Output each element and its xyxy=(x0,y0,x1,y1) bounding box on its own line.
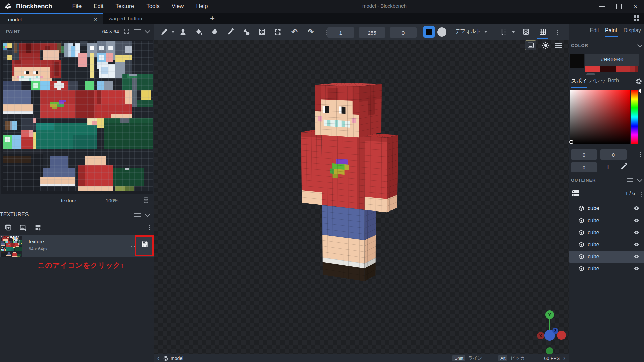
eyedropper-icon[interactable] xyxy=(619,162,628,171)
visibility-eye-icon[interactable] xyxy=(633,205,640,212)
mirror-dropdown-icon[interactable] xyxy=(512,31,515,33)
textures-menu-icon[interactable] xyxy=(148,225,151,231)
tab-model[interactable]: model × xyxy=(0,13,103,25)
tab-edit-mode[interactable]: Edit xyxy=(590,27,599,37)
zoom-out-button[interactable]: - xyxy=(13,198,15,203)
import-texture-icon[interactable] xyxy=(19,224,27,231)
selection-tool[interactable] xyxy=(273,27,283,37)
outliner-cube-row[interactable]: cube xyxy=(569,227,644,239)
toolbar-overflow-icon[interactable] xyxy=(552,27,563,38)
collapse-icon[interactable] xyxy=(637,42,643,47)
visibility-eye-icon[interactable] xyxy=(633,241,640,248)
visibility-eye-icon[interactable] xyxy=(633,265,640,272)
brush-size-field[interactable] xyxy=(327,27,354,38)
new-tab-button[interactable]: + xyxy=(207,13,217,23)
hex-color-field[interactable] xyxy=(585,54,639,66)
menu-item-help[interactable]: Help xyxy=(191,2,212,11)
history-scroll-pill[interactable] xyxy=(586,73,595,75)
blend-mode-select[interactable]: デフォルト xyxy=(455,28,487,35)
add-to-palette-button[interactable]: + xyxy=(602,162,614,172)
draw-shape-tool[interactable] xyxy=(241,27,251,37)
menu-item-file[interactable]: File xyxy=(68,2,86,11)
tab-picker[interactable]: スポイ xyxy=(571,78,587,88)
layers-icon[interactable] xyxy=(143,197,149,204)
drag-handle-icon[interactable] xyxy=(627,44,633,47)
drag-handle-icon[interactable] xyxy=(134,213,141,217)
saturation-cursor[interactable] xyxy=(569,140,573,144)
model-head[interactable] xyxy=(327,84,371,135)
color-value-field-3[interactable] xyxy=(571,162,597,172)
saturation-picker[interactable] xyxy=(570,90,630,144)
tab-display-mode[interactable]: Display xyxy=(624,27,641,37)
visibility-eye-icon[interactable] xyxy=(633,217,640,224)
model-leg-left[interactable] xyxy=(349,205,370,278)
brush-dropdown-icon[interactable] xyxy=(171,31,175,33)
maximize-button[interactable] xyxy=(610,0,627,13)
primary-color-swatch[interactable] xyxy=(423,26,435,38)
drag-handle-icon[interactable] xyxy=(134,29,141,33)
close-tab-icon[interactable]: × xyxy=(94,16,97,23)
eraser-tool[interactable] xyxy=(210,27,220,37)
tab-overview-icon[interactable] xyxy=(634,15,639,21)
opacity-field[interactable] xyxy=(359,27,385,38)
gizmo-neg-y-ball[interactable] xyxy=(546,347,553,354)
collapse-icon[interactable] xyxy=(637,177,643,182)
menu-item-edit[interactable]: Edit xyxy=(89,2,108,11)
color-menu-icon[interactable] xyxy=(639,151,642,157)
minimize-button[interactable] xyxy=(594,0,610,13)
tab-palette[interactable]: パレッ xyxy=(589,78,606,87)
history-color-swatch[interactable] xyxy=(635,66,638,72)
viewport-3d[interactable]: Y X Z xyxy=(154,40,569,354)
texture-list-item[interactable]: texture 64 x 64px xyxy=(0,235,154,257)
history-color-swatch[interactable] xyxy=(585,66,600,72)
collapse-icon[interactable] xyxy=(145,211,150,217)
current-color-swatch[interactable] xyxy=(570,54,584,68)
drag-handle-icon[interactable] xyxy=(627,178,633,182)
texture-template-icon[interactable] xyxy=(34,224,42,231)
outliner-cube-row[interactable]: cube xyxy=(569,251,644,263)
gizmo-x-ball[interactable]: X xyxy=(537,332,544,339)
create-texture-icon[interactable] xyxy=(5,224,12,231)
status-next-icon[interactable]: › xyxy=(560,355,569,362)
color-history-bar[interactable] xyxy=(585,66,638,72)
visibility-eye-icon[interactable] xyxy=(633,229,640,236)
outliner-menu-icon[interactable] xyxy=(640,191,642,197)
texture-canvas[interactable] xyxy=(3,41,153,191)
tab-warped-button[interactable]: warped_button xyxy=(103,13,180,24)
history-color-swatch[interactable] xyxy=(616,66,630,72)
visibility-eye-icon[interactable] xyxy=(633,253,640,260)
fullscreen-icon[interactable] xyxy=(123,28,129,34)
model-arm-left[interactable] xyxy=(370,135,393,210)
fill-tool[interactable] xyxy=(194,27,204,37)
pixel-grid-icon[interactable] xyxy=(521,27,531,37)
gizmo-neg-x-ball[interactable] xyxy=(557,331,566,340)
breadcrumb[interactable]: model xyxy=(171,356,183,361)
outliner-cube-row[interactable]: cube xyxy=(569,263,644,275)
color-value-field-1[interactable] xyxy=(571,149,597,160)
color-picker-tool[interactable] xyxy=(225,27,235,37)
outliner-toggle-icon[interactable] xyxy=(572,190,580,197)
tab-paint-mode[interactable]: Paint xyxy=(605,27,617,37)
collapse-icon[interactable] xyxy=(145,28,150,33)
color-settings-gear-icon[interactable] xyxy=(635,78,642,85)
tab-both[interactable]: Both xyxy=(608,78,619,86)
softness-field[interactable] xyxy=(390,27,417,38)
menu-item-tools[interactable]: Tools xyxy=(142,2,164,11)
brush-tool[interactable] xyxy=(159,27,169,37)
model-body[interactable] xyxy=(328,132,370,208)
menu-item-texture[interactable]: Texture xyxy=(111,2,139,11)
redo-button[interactable]: ↷ xyxy=(306,27,316,37)
status-prev-icon[interactable]: ‹ xyxy=(154,355,163,362)
hue-slider[interactable] xyxy=(631,90,638,144)
menu-item-view[interactable]: View xyxy=(167,2,189,11)
history-color-swatch[interactable] xyxy=(630,66,635,72)
painting-grid-icon[interactable] xyxy=(538,27,548,37)
gradient-tool[interactable] xyxy=(257,27,267,37)
copy-brush-tool[interactable] xyxy=(178,27,188,37)
mirror-paint-icon[interactable] xyxy=(499,27,509,37)
outliner-cube-row[interactable]: cube xyxy=(569,239,644,251)
outliner-cube-row[interactable]: cube xyxy=(569,215,644,227)
history-color-swatch[interactable] xyxy=(600,66,616,72)
undo-button[interactable]: ↶ xyxy=(289,27,300,37)
close-button[interactable]: × xyxy=(627,0,644,13)
